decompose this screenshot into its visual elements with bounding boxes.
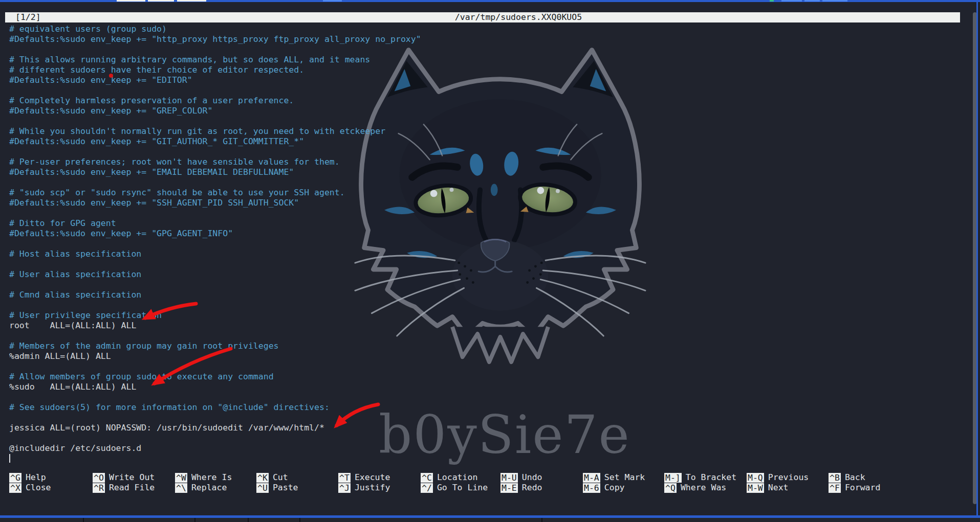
shortcut-close: ^XClose	[9, 483, 51, 493]
shortcut-column: ^KCut^UPaste	[256, 472, 298, 493]
editor-line[interactable]: # While you shouldn't normally run git a…	[9, 126, 966, 137]
shortcut-to-bracket: M-]To Bracket	[664, 472, 736, 483]
shortcut-label: Next	[768, 483, 789, 493]
shortcut-bar: ^GHelp^XClose^OWrite Out^RRead File^WWhe…	[0, 472, 980, 494]
status-bar-divider	[248, 518, 249, 522]
editor-line[interactable]: #Defaults:%sudo env_keep += "GPG_AGENT_I…	[9, 229, 966, 239]
shortcut-label: Write Out	[109, 472, 155, 483]
shortcut-key: ^J	[338, 483, 351, 493]
shortcut-key: ^X	[9, 483, 21, 493]
editor-line[interactable]: root ALL=(ALL:ALL) ALL	[9, 321, 966, 331]
editor-line[interactable]: #Defaults:%sudo env_keep += "GIT_AUTHOR_…	[9, 137, 966, 147]
editor-line[interactable]: # "sudo scp" or "sudo rsync" should be a…	[9, 188, 966, 198]
editor-line[interactable]	[9, 85, 966, 96]
shortcut-key: ^R	[93, 483, 105, 493]
editor-line[interactable]	[9, 239, 966, 249]
editor-line[interactable]	[9, 300, 966, 310]
editor-line[interactable]: # equivalent users (group sudo)	[9, 24, 966, 34]
shortcut-column: M-UUndoM-ERedo	[500, 472, 542, 493]
shortcut-label: Where Is	[191, 472, 232, 483]
shortcut-key: ^U	[256, 483, 269, 493]
editor-line[interactable]	[9, 331, 966, 341]
top-strip-segment	[770, 0, 774, 2]
editor-line[interactable]: # different sudoers have their choice of…	[9, 65, 966, 75]
status-bar-divider	[299, 518, 300, 522]
editor-line[interactable]: %admin ALL=(ALL) ALL	[9, 351, 966, 361]
editor-line[interactable]: %sudo ALL=(ALL:ALL) ALL	[9, 382, 966, 392]
editor-line[interactable]: # Allow members of group sudo to execute…	[9, 372, 966, 382]
shortcut-label: Undo	[522, 472, 542, 483]
editor-line[interactable]: #Defaults:%sudo env_keep += "EMAIL DEBEM…	[9, 167, 966, 177]
status-bar-divider	[541, 518, 542, 522]
editor-line[interactable]: #Defaults:%sudo env_keep += "GREP_COLOR"	[9, 106, 966, 116]
editor-line[interactable]: # Ditto for GPG agent	[9, 218, 966, 229]
editor-line[interactable]: jessica ALL=(root) NOPASSWD: /usr/bin/su…	[9, 423, 966, 433]
editor-line[interactable]: # See sudoers(5) for more information on…	[9, 402, 966, 413]
editor-line[interactable]: #Defaults:%sudo env_keep += "EDITOR"	[9, 75, 966, 85]
editor-line[interactable]: # Per-user preferences; root won't have …	[9, 157, 966, 167]
editor-line[interactable]	[9, 433, 966, 443]
buffer-page-indicator: [1/2]	[15, 12, 41, 22]
top-strip-segment	[177, 0, 206, 2]
shortcut-label: Set Mark	[604, 472, 645, 483]
shortcut-column: ^BBack^FForward	[829, 472, 880, 493]
shortcut-set-mark: M-ASet Mark	[583, 472, 645, 483]
editor-line[interactable]	[9, 392, 966, 402]
shortcut-label: Where Was	[681, 483, 726, 493]
editor-line[interactable]: # User privilege specification	[9, 310, 966, 321]
editor-line[interactable]: #Defaults:%sudo env_keep += "http_proxy …	[9, 34, 966, 44]
editor-line[interactable]: # Completely harmless preservation of a …	[9, 96, 966, 106]
shortcut-copy: M-6Copy	[583, 483, 645, 493]
editor-line[interactable]	[9, 147, 966, 157]
terminal-screen[interactable]: b0ySie7e [1/2] /var/tmp/sudoers.XXQ0KUO5…	[0, 0, 980, 522]
shortcut-label: Previous	[768, 472, 809, 483]
editor-line[interactable]	[9, 208, 966, 218]
shortcut-key: ^O	[93, 473, 105, 483]
shortcut-label: Close	[26, 483, 51, 493]
shortcut-help: ^GHelp	[9, 472, 51, 483]
editor-line[interactable]	[9, 116, 966, 126]
shortcut-column: ^CLocation^/Go To Line	[421, 472, 488, 493]
editor-line[interactable]	[9, 361, 966, 372]
status-bar-divider	[83, 518, 84, 522]
editor-cursor-line[interactable]	[9, 453, 966, 464]
shortcut-back: ^BBack	[829, 472, 880, 483]
editor-area[interactable]: # equivalent users (group sudo)#Defaults…	[9, 24, 966, 464]
shortcut-key: ^C	[421, 473, 433, 483]
right-border-line	[976, 0, 978, 518]
shortcut-location: ^CLocation	[421, 472, 488, 483]
editor-line[interactable]	[9, 44, 966, 55]
shortcut-label: Execute	[355, 472, 390, 483]
editor-line[interactable]	[9, 413, 966, 423]
editor-line[interactable]: @includedir /etc/sudoers.d	[9, 443, 966, 453]
shortcut-write-out: ^OWrite Out	[93, 472, 155, 483]
editor-line[interactable]: # Host alias specification	[9, 249, 966, 259]
shortcut-column: ^OWrite Out^RRead File	[93, 472, 155, 493]
shortcut-key: M-]	[664, 473, 682, 483]
editor-line[interactable]	[9, 259, 966, 269]
editor-line[interactable]: # Members of the admin group may gain ro…	[9, 341, 966, 351]
editor-line[interactable]: # User alias specification	[9, 269, 966, 280]
shortcut-key: M-U	[500, 473, 518, 483]
shortcut-label: Help	[26, 472, 46, 483]
top-strip-segment	[781, 0, 802, 2]
shortcut-key: ^W	[175, 473, 187, 483]
shortcut-key: M-Q	[747, 473, 764, 483]
shortcut-where-is: ^WWhere Is	[175, 472, 232, 483]
status-bar-divider	[194, 518, 195, 522]
shortcut-cut: ^KCut	[256, 472, 298, 483]
editor-line[interactable]	[9, 177, 966, 188]
titlebar: [1/2] /var/tmp/sudoers.XXQ0KUO5	[5, 12, 960, 22]
shortcut-key: ^\	[175, 483, 187, 493]
shortcut-column: ^TExecute^JJustify	[338, 472, 390, 493]
editor-line[interactable]: #Defaults:%sudo env_keep += "SSH_AGENT_P…	[9, 198, 966, 208]
top-strip-segment	[822, 0, 847, 2]
editor-line[interactable]	[9, 280, 966, 290]
editor-line[interactable]: # Cmnd alias specification	[9, 290, 966, 300]
shortcut-key: M-A	[583, 473, 600, 483]
editor-line[interactable]: # This allows running arbitrary commands…	[9, 55, 966, 65]
shortcut-label: Location	[437, 472, 477, 483]
top-strip-segment	[148, 0, 174, 2]
shortcut-execute: ^TExecute	[338, 472, 390, 483]
shortcut-column: ^WWhere Is^\Replace	[175, 472, 232, 493]
